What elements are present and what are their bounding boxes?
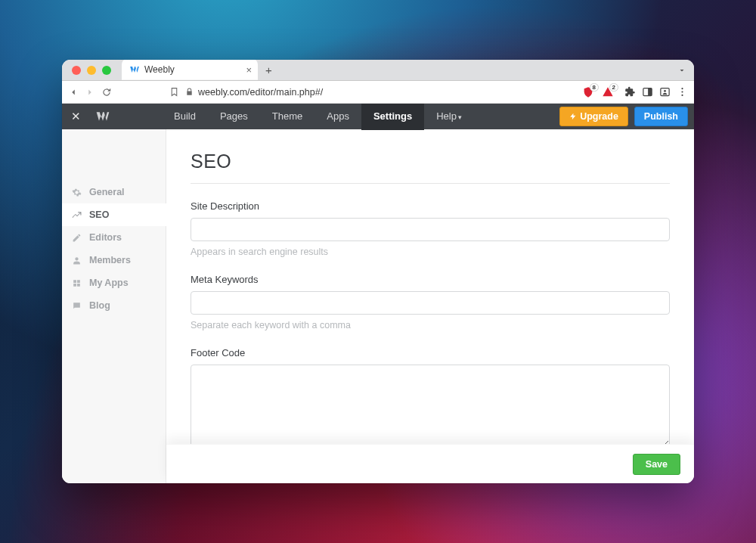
footer-code-label: Footer Code [191,347,670,358]
sidebar-item-blog[interactable]: Blog [62,294,166,317]
window-close-button[interactable] [72,66,81,75]
save-button[interactable]: Save [633,454,680,475]
bookmark-icon[interactable] [169,87,179,97]
weebly-favicon-icon [129,64,140,75]
sidebar-item-editors[interactable]: Editors [62,226,166,249]
gear-icon [71,188,82,197]
address-bar[interactable]: weebly.com/editor/main.php#/ [185,87,576,98]
extension-alert-icon[interactable]: 2 [602,86,614,98]
editor-close-button[interactable]: ✕ [62,110,89,123]
browser-toolbar: weebly.com/editor/main.php#/ 8 2 [62,81,694,104]
sidebar-item-general[interactable]: General [62,181,166,203]
url-text: weebly.com/editor/main.php#/ [198,87,323,98]
bolt-icon [569,112,577,121]
upgrade-label: Upgrade [580,111,618,122]
site-description-hint: Appears in search engine results [191,247,670,257]
browser-tab[interactable]: Weebly × [122,60,258,80]
new-tab-button[interactable]: + [265,64,272,76]
nav-help-label: Help [436,110,457,122]
sidebar-item-seo[interactable]: SEO [62,203,166,226]
upgrade-button[interactable]: Upgrade [559,107,628,126]
settings-content: SEO Site Description Appears in search e… [166,129,694,483]
tab-overflow-button[interactable] [677,66,686,75]
sidebar-members-label: Members [89,255,131,265]
chevron-down-icon: ▾ [458,113,462,121]
settings-sidebar: General SEO Editors Members My Apps [62,129,166,483]
save-bar: Save [166,444,694,483]
sidebar-item-myapps[interactable]: My Apps [62,272,166,294]
sidebar-seo-label: SEO [89,209,109,220]
nav-help[interactable]: Help▾ [424,104,474,130]
svg-point-6 [681,95,683,96]
nav-settings[interactable]: Settings [361,104,424,130]
meta-keywords-hint: Separate each keyword with a comma [191,320,670,330]
nav-theme[interactable]: Theme [260,104,314,130]
svg-rect-1 [648,88,652,96]
page-title: SEO [191,150,670,184]
site-description-label: Site Description [191,200,670,212]
tab-close-button[interactable]: × [246,65,252,75]
extension-shield-badge: 8 [590,83,599,92]
lock-icon [185,88,194,96]
account-icon[interactable] [659,86,671,98]
person-icon [71,256,82,265]
browser-window: Weebly × + [62,60,694,483]
nav-pages[interactable]: Pages [208,104,260,130]
nav-apps[interactable]: Apps [314,104,361,130]
app-body: General SEO Editors Members My Apps [62,129,694,483]
meta-keywords-input[interactable] [191,291,670,315]
app-header: ✕ Build Pages Theme Apps Settings Help▾ … [62,104,694,129]
window-zoom-button[interactable] [102,66,111,75]
pencil-icon [71,233,82,243]
svg-point-5 [681,91,683,92]
publish-label: Publish [644,111,678,122]
sidebar-blog-label: Blog [89,300,110,311]
tab-title: Weebly [144,64,246,75]
grid-icon [71,278,82,288]
site-description-input[interactable] [191,218,670,241]
publish-button[interactable]: Publish [634,107,688,126]
chat-icon [71,301,82,311]
extension-icons: 8 2 [582,86,614,98]
footer-code-textarea[interactable] [191,365,670,448]
svg-point-3 [664,90,666,92]
window-controls [62,66,111,80]
meta-keywords-label: Meta Keywords [191,274,670,285]
extension-shield-icon[interactable]: 8 [582,86,594,98]
sidebar-item-members[interactable]: Members [62,249,166,272]
nav-reload-button[interactable] [101,87,112,98]
field-site-description: Site Description Appears in search engin… [191,200,670,257]
trend-icon [71,210,82,220]
panel-icon[interactable] [642,86,653,98]
nav-back-button[interactable] [68,87,79,98]
app-nav: Build Pages Theme Apps Settings Help▾ [162,104,474,130]
browser-tabstrip: Weebly × + [62,60,694,81]
sidebar-editors-label: Editors [89,232,122,243]
sidebar-myapps-label: My Apps [89,278,129,288]
extensions-puzzle-icon[interactable] [624,86,636,98]
extension-alert-badge: 2 [609,83,618,92]
weebly-logo-icon[interactable] [89,109,116,124]
field-meta-keywords: Meta Keywords Separate each keyword with… [191,274,670,330]
nav-forward-button[interactable] [85,87,95,98]
window-minimize-button[interactable] [87,66,96,75]
sidebar-general-label: General [89,187,125,197]
browser-menu-button[interactable] [677,86,688,98]
nav-build[interactable]: Build [162,104,208,130]
svg-point-4 [681,88,683,89]
desktop-background: Weebly × + [0,0,756,543]
